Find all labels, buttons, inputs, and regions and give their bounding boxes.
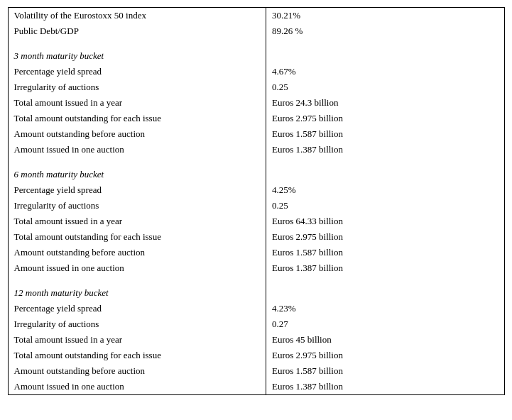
row-label: Total amount issued in a year (9, 214, 266, 229)
row-value: Euros 45 billion (266, 332, 503, 348)
row-label: Amount issued in one auction (9, 379, 266, 394)
row-label: Total amount outstanding for each issue (9, 348, 266, 363)
row-value: Euros 2.975 billion (266, 111, 503, 126)
row-label: Irregularity of auctions (9, 198, 266, 214)
row-label: Irregularity of auctions (9, 79, 266, 95)
data-row: Public Debt/GDP89.26 % (9, 23, 504, 39)
row-label: Percentage yield spread (9, 182, 266, 198)
data-row: Amount outstanding before auctionEuros 1… (9, 126, 504, 142)
section-header-row: 6 month maturity bucket (9, 162, 504, 182)
main-table-wrapper: Volatility of the Eurostoxx 50 index30.2… (8, 7, 505, 395)
row-value: Euros 1.587 billion (266, 363, 503, 379)
row-label: Amount outstanding before auction (9, 363, 266, 379)
row-label: Total amount outstanding for each issue (9, 111, 266, 126)
row-label: Total amount issued in a year (9, 95, 266, 111)
row-label: Irregularity of auctions (9, 316, 266, 332)
row-label: Percentage yield spread (9, 301, 266, 316)
row-value: Euros 1.587 billion (266, 126, 503, 142)
row-value: Euros 2.975 billion (266, 348, 503, 363)
data-row: Total amount outstanding for each issueE… (9, 229, 504, 245)
data-row: Percentage yield spread4.23% (9, 301, 504, 316)
row-value: 0.27 (266, 316, 503, 332)
row-label: Public Debt/GDP (9, 23, 266, 39)
row-value: 0.25 (266, 198, 503, 214)
data-row: Irregularity of auctions0.25 (9, 198, 504, 214)
data-table: Volatility of the Eurostoxx 50 index30.2… (9, 8, 504, 394)
section-header-row: 12 month maturity bucket (9, 280, 504, 301)
row-label: Amount issued in one auction (9, 260, 266, 276)
data-row: Total amount outstanding for each issueE… (9, 111, 504, 126)
data-row: Total amount outstanding for each issueE… (9, 348, 504, 363)
data-row: Percentage yield spread4.67% (9, 64, 504, 79)
data-row: Amount issued in one auctionEuros 1.387 … (9, 379, 504, 394)
row-value: Euros 64.33 billion (266, 214, 503, 229)
data-row: Volatility of the Eurostoxx 50 index30.2… (9, 8, 504, 23)
row-label: Percentage yield spread (9, 64, 266, 79)
data-row: Amount issued in one auctionEuros 1.387 … (9, 142, 504, 158)
data-row: Total amount issued in a yearEuros 64.33… (9, 214, 504, 229)
row-label: Total amount issued in a year (9, 332, 266, 348)
section-header-row: 3 month maturity bucket (9, 43, 504, 64)
data-row: Amount outstanding before auctionEuros 1… (9, 245, 504, 260)
row-value: Euros 1.387 billion (266, 142, 503, 158)
row-value: Euros 1.387 billion (266, 379, 503, 394)
section-label: 6 month maturity bucket (9, 162, 266, 182)
row-value: 4.25% (266, 182, 503, 198)
data-row: Amount issued in one auctionEuros 1.387 … (9, 260, 504, 276)
row-value: 30.21% (266, 8, 503, 23)
section-label: 3 month maturity bucket (9, 43, 266, 64)
row-value: 4.67% (266, 64, 503, 79)
section-label: 12 month maturity bucket (9, 280, 266, 301)
row-value: Euros 1.587 billion (266, 245, 503, 260)
data-row: Amount outstanding before auctionEuros 1… (9, 363, 504, 379)
data-row: Percentage yield spread4.25% (9, 182, 504, 198)
row-value: Euros 24.3 billion (266, 95, 503, 111)
row-value: 4.23% (266, 301, 503, 316)
data-row: Irregularity of auctions0.25 (9, 79, 504, 95)
row-label: Amount issued in one auction (9, 142, 266, 158)
row-value: Euros 2.975 billion (266, 229, 503, 245)
data-row: Total amount issued in a yearEuros 45 bi… (9, 332, 504, 348)
row-label: Amount outstanding before auction (9, 126, 266, 142)
data-row: Total amount issued in a yearEuros 24.3 … (9, 95, 504, 111)
data-row: Irregularity of auctions0.27 (9, 316, 504, 332)
row-label: Total amount outstanding for each issue (9, 229, 266, 245)
row-value: Euros 1.387 billion (266, 260, 503, 276)
row-value: 89.26 % (266, 23, 503, 39)
row-label: Volatility of the Eurostoxx 50 index (9, 8, 266, 23)
row-value: 0.25 (266, 79, 503, 95)
row-label: Amount outstanding before auction (9, 245, 266, 260)
